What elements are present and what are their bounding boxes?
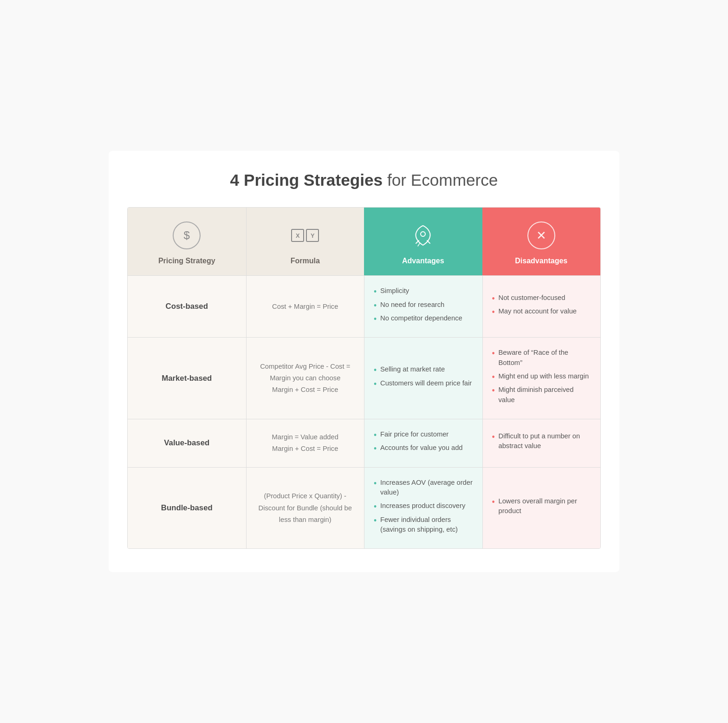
disadvantages-header-label: Disadvantages <box>515 257 567 265</box>
strategy-name-2: Value-based <box>164 438 209 448</box>
advantage-item: Increases product discovery <box>374 501 473 511</box>
formula-cell-3: (Product Price x Quantity) - Discount fo… <box>246 467 364 549</box>
disadvantage-item: May not account for value <box>492 306 592 316</box>
advantage-item: Customers will deem price fair <box>374 378 473 388</box>
strategy-cell-0: Cost-based <box>128 275 246 337</box>
disadvantages-cell-2: Difficult to put a number on abstract va… <box>482 419 601 467</box>
strategy-cell-1: Market-based <box>128 337 246 419</box>
disadvantages-cell-3: Lowers overall margin per product <box>482 467 601 549</box>
disadvantage-item: Beware of “Race of the Bottom” <box>492 348 592 368</box>
header-advantages: Advantages <box>364 208 482 275</box>
disadvantage-item: Difficult to put a number on abstract va… <box>492 431 592 451</box>
svg-point-0 <box>421 232 425 236</box>
formula-cell-2: Margin = Value addedMargin + Cost = Pric… <box>246 419 364 467</box>
rocket-icon <box>408 221 438 250</box>
disadvantage-item: Lowers overall margin per product <box>492 496 592 516</box>
advantage-item: Increases AOV (average order value) <box>374 478 473 498</box>
advantage-item: Simplicity <box>374 286 473 296</box>
strategy-cell-3: Bundle-based <box>128 467 246 549</box>
advantage-item: Fewer individual orders (savings on ship… <box>374 515 473 535</box>
dollar-icon: $ <box>172 221 202 250</box>
strategy-name-0: Cost-based <box>166 302 208 311</box>
advantage-item: No competitor dependence <box>374 313 473 323</box>
formula-icon: X Y <box>290 221 320 250</box>
strategy-name-1: Market-based <box>162 374 212 383</box>
header-disadvantages: ✕ Disadvantages <box>482 208 601 275</box>
page-container: 4 Pricing Strategies for Ecommerce $ Pri… <box>109 151 619 573</box>
advantages-cell-2: Fair price for customerAccounts for valu… <box>364 419 482 467</box>
strategy-cell-2: Value-based <box>128 419 246 467</box>
strategy-header-label: Pricing Strategy <box>158 257 215 265</box>
page-title: 4 Pricing Strategies for Ecommerce <box>127 169 601 191</box>
advantage-item: Fair price for customer <box>374 430 473 439</box>
header-formula: X Y Formula <box>246 208 364 275</box>
advantage-item: No need for research <box>374 300 473 310</box>
formula-cell-0: Cost + Margin = Price <box>246 275 364 337</box>
disadvantage-item: Might diminish parceived value <box>492 385 592 405</box>
advantages-header-label: Advantages <box>402 257 444 265</box>
x-circle-icon: ✕ <box>526 221 556 250</box>
advantages-cell-0: SimplicityNo need for researchNo competi… <box>364 275 482 337</box>
pricing-grid: $ Pricing Strategy X Y Formula <box>127 207 601 549</box>
header-strategy: $ Pricing Strategy <box>128 208 246 275</box>
advantage-item: Selling at market rate <box>374 365 473 374</box>
disadvantage-item: Might end up with less margin <box>492 371 592 381</box>
advantages-cell-3: Increases AOV (average order value)Incre… <box>364 467 482 549</box>
strategy-name-3: Bundle-based <box>161 503 213 513</box>
formula-cell-1: Competitor Avg Price - Cost = Margin you… <box>246 337 364 419</box>
disadvantage-item: Not customer-focused <box>492 293 592 303</box>
formula-header-label: Formula <box>291 257 320 265</box>
disadvantages-cell-1: Beware of “Race of the Bottom”Might end … <box>482 337 601 419</box>
disadvantages-cell-0: Not customer-focusedMay not account for … <box>482 275 601 337</box>
advantage-item: Accounts for value you add <box>374 443 473 453</box>
advantages-cell-1: Selling at market rateCustomers will dee… <box>364 337 482 419</box>
